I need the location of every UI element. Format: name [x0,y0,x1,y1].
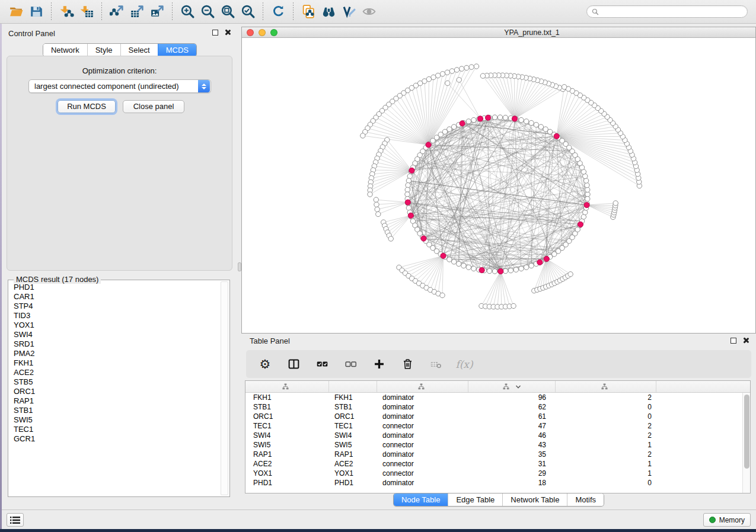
export-network-button[interactable] [107,2,127,21]
memory-label: Memory [719,516,745,524]
mcds-result-item[interactable]: STB1 [10,406,219,415]
mcds-result-item[interactable]: ORC1 [10,387,219,396]
table-panel: Table Panel ⚙f(x) FKH1FKH1dominator962ST… [241,334,756,509]
node-table: FKH1FKH1dominator962STB1STB1dominator620… [245,380,751,493]
table-tab-edge-table[interactable]: Edge Table [448,493,502,506]
mcds-result-item[interactable]: GCR1 [10,434,219,444]
column-header-successor-nodes[interactable] [468,381,556,392]
mcds-result-item[interactable]: PHD1 [10,283,219,292]
export-image-button[interactable] [147,2,167,21]
mcds-result-item[interactable]: TID3 [10,311,219,321]
mcds-result-item[interactable]: TEC1 [10,425,219,434]
export-table-button[interactable] [127,2,147,21]
table-cell: 1 [556,440,656,450]
open-file-button[interactable] [6,2,26,21]
network-graph[interactable] [242,38,755,333]
mcds-result-item[interactable]: PMA2 [10,349,219,358]
table-row[interactable]: SWI5SWI5connector431 [245,440,750,450]
run-mcds-button[interactable]: Run MCDS [58,100,116,113]
mcds-result-list[interactable]: PHD1CAR1STP4TID3YOX1SWI4SRD1PMA2FKH1ACE2… [10,283,219,495]
table-cell: SWI4 [245,431,329,440]
import-table-button[interactable] [76,2,97,21]
column-header-filler [656,381,750,392]
minimize-window-light[interactable] [259,29,266,36]
show-graphics-details-button[interactable] [339,2,359,21]
table-cell: ACE2 [329,459,377,469]
application-window: Control Panel NetworkStyleSelectMCDS Opt… [0,0,756,532]
table-cell: dominator [377,402,468,412]
close-panel-button[interactable]: Close panel [123,100,184,113]
table-cell: 2 [556,450,656,459]
table-scrollbar[interactable] [742,393,750,493]
optimization-criterion-select[interactable]: largest connected component (undirected) [28,79,211,93]
new-network-from-selection-button[interactable] [298,2,318,21]
close-table-panel-icon[interactable] [742,337,749,344]
close-panel-icon[interactable] [224,29,231,36]
add-column-button[interactable] [372,357,386,371]
mcds-result-item[interactable]: CAR1 [10,292,219,302]
mcds-result-item[interactable]: RAP1 [10,396,219,406]
main-toolbar [0,0,756,24]
table-tab-motifs[interactable]: Motifs [567,493,604,506]
find-binoculars-button[interactable] [318,2,339,21]
search-input[interactable] [602,8,742,16]
table-tab-node-table[interactable]: Node Table [394,493,448,506]
network-window-titlebar[interactable]: YPA_prune.txt_1 [242,27,755,38]
mcds-result-item[interactable]: YOX1 [10,321,219,330]
table-row[interactable]: FKH1FKH1dominator962 [245,393,750,402]
tab-select[interactable]: Select [120,44,158,56]
mcds-result-item[interactable]: SWI4 [10,330,219,339]
table-header-row [245,381,750,393]
attribute-icon [418,383,425,390]
float-table-panel-icon[interactable] [731,338,736,344]
import-network-button[interactable] [56,2,76,21]
column-header-MCDS-role[interactable] [377,381,468,392]
tab-style[interactable]: Style [87,44,120,56]
hide-graphics-details-button[interactable] [359,2,379,21]
table-row[interactable]: TEC1TEC1connector472 [245,421,750,431]
table-row[interactable]: ACE2ACE2connector311 [245,459,750,469]
table-row[interactable]: YOX1YOX1connector291 [245,469,750,478]
tab-mcds[interactable]: MCDS [158,44,196,56]
table-settings-gear-button[interactable]: ⚙ [258,357,272,371]
select-all-button[interactable] [315,357,329,371]
mcds-result-item[interactable]: FKH1 [10,358,219,368]
table-row[interactable]: PHD1PHD1dominator180 [245,478,750,488]
refresh-icon [271,4,286,19]
table-scrollbar-thumb[interactable] [744,395,749,469]
memory-button[interactable]: Memory [703,513,751,527]
column-header-name[interactable] [329,381,377,392]
tab-network[interactable]: Network [43,44,87,56]
mcds-result-item[interactable]: ACE2 [10,368,219,377]
deselect-all-button[interactable] [343,357,358,371]
search-box[interactable] [586,5,748,18]
mcds-result-item[interactable]: STP4 [10,302,219,311]
column-header-shared-name[interactable] [245,381,329,392]
attribute-icon [282,383,289,390]
mcds-list-scrollbar[interactable] [221,281,228,495]
mcds-result-item[interactable]: STB5 [10,377,219,387]
network-canvas[interactable] [242,38,755,333]
table-row[interactable]: SWI4SWI4dominator462 [245,431,750,440]
table-tab-network-table[interactable]: Network Table [502,493,567,506]
zoom-in-button[interactable] [177,2,197,21]
toolbar-separator [263,2,263,21]
zoom-out-button[interactable] [197,2,218,21]
zoom-selected-button[interactable] [238,2,258,21]
mcds-result-item[interactable]: SRD1 [10,339,219,349]
table-row[interactable]: ORC1ORC1dominator610 [245,412,750,421]
table-row[interactable]: RAP1RAP1dominator352 [245,450,750,459]
save-session-button[interactable] [26,2,46,21]
delete-column-button[interactable] [400,357,414,371]
close-window-light[interactable] [247,29,254,36]
mcds-result-item[interactable]: SWI5 [10,415,219,425]
table-row[interactable]: STB1STB1dominator620 [245,402,750,412]
task-history-button[interactable] [7,513,24,527]
refresh-button[interactable] [268,2,288,21]
float-panel-icon[interactable] [212,30,218,36]
show-columns-button[interactable] [286,357,301,371]
zoom-fit-button[interactable] [218,2,238,21]
toolbar-separator [101,2,102,21]
table-cell: 0 [556,412,656,421]
column-header-predecessor-nodes[interactable] [556,381,656,392]
